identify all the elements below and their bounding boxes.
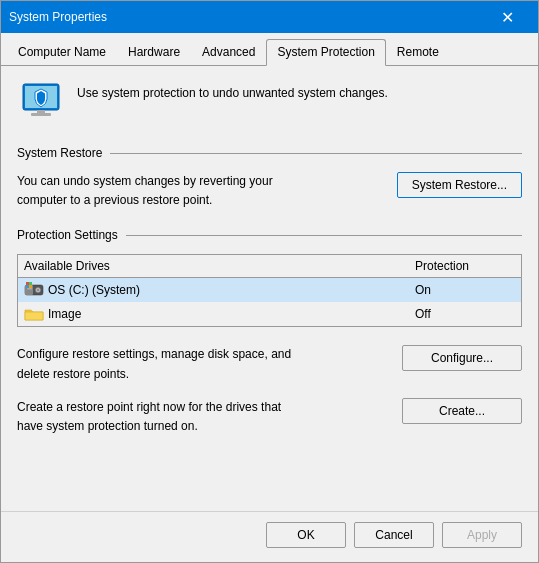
- system-restore-text: You can undo system changes by reverting…: [17, 172, 292, 210]
- drive-image-label: Image: [48, 307, 415, 321]
- svg-rect-11: [29, 282, 32, 285]
- tab-hardware[interactable]: Hardware: [117, 39, 191, 65]
- create-text: Create a restore point right now for the…: [17, 398, 292, 436]
- close-button[interactable]: ✕: [484, 1, 530, 33]
- configure-button[interactable]: Configure...: [402, 345, 522, 371]
- create-button[interactable]: Create...: [402, 398, 522, 424]
- configure-section: Configure restore settings, manage disk …: [17, 345, 522, 383]
- hdd-drive-icon: [24, 282, 44, 298]
- tab-computer-name[interactable]: Computer Name: [7, 39, 117, 65]
- window-title: System Properties: [9, 10, 484, 24]
- svg-rect-12: [26, 285, 29, 288]
- apply-button[interactable]: Apply: [442, 522, 522, 548]
- svg-rect-10: [26, 282, 29, 285]
- divider: [110, 153, 522, 154]
- drives-table-header: Available Drives Protection: [18, 255, 521, 278]
- create-section: Create a restore point right now for the…: [17, 398, 522, 436]
- info-text: Use system protection to undo unwanted s…: [77, 80, 388, 102]
- col-protection-header: Protection: [415, 259, 515, 273]
- title-bar: System Properties ✕: [1, 1, 538, 33]
- system-restore-header: System Restore: [17, 146, 522, 160]
- system-restore-button[interactable]: System Restore...: [397, 172, 522, 198]
- folder-drive-icon: [24, 306, 44, 322]
- svg-point-7: [37, 290, 39, 292]
- protection-settings-header: Protection Settings: [17, 228, 522, 242]
- system-properties-window: System Properties ✕ Computer Name Hardwa…: [0, 0, 539, 563]
- svg-rect-3: [31, 113, 51, 116]
- drives-table: Available Drives Protection: [17, 254, 522, 327]
- drive-os-label: OS (C:) (System): [48, 283, 415, 297]
- protection-settings-label: Protection Settings: [17, 228, 118, 242]
- info-section: Use system protection to undo unwanted s…: [17, 80, 522, 128]
- protection-settings-section: Protection Settings Available Drives Pro…: [17, 228, 522, 327]
- drive-image-protection: Off: [415, 307, 515, 321]
- system-restore-body: You can undo system changes by reverting…: [17, 172, 522, 210]
- tab-bar: Computer Name Hardware Advanced System P…: [1, 33, 538, 66]
- col-drive-header: Available Drives: [24, 259, 415, 273]
- shield-icon: [17, 80, 65, 128]
- cancel-button[interactable]: Cancel: [354, 522, 434, 548]
- divider2: [126, 235, 522, 236]
- ok-button[interactable]: OK: [266, 522, 346, 548]
- system-restore-label: System Restore: [17, 146, 102, 160]
- tab-remote[interactable]: Remote: [386, 39, 450, 65]
- svg-rect-13: [29, 285, 32, 288]
- content-area: Use system protection to undo unwanted s…: [1, 66, 538, 511]
- drive-row-image[interactable]: Image Off: [18, 302, 521, 326]
- tab-system-protection[interactable]: System Protection: [266, 39, 385, 66]
- tab-advanced[interactable]: Advanced: [191, 39, 266, 65]
- configure-text: Configure restore settings, manage disk …: [17, 345, 292, 383]
- footer: OK Cancel Apply: [1, 511, 538, 562]
- svg-rect-8: [27, 288, 32, 290]
- drive-os-protection: On: [415, 283, 515, 297]
- drive-row-os[interactable]: OS (C:) (System) On: [18, 278, 521, 302]
